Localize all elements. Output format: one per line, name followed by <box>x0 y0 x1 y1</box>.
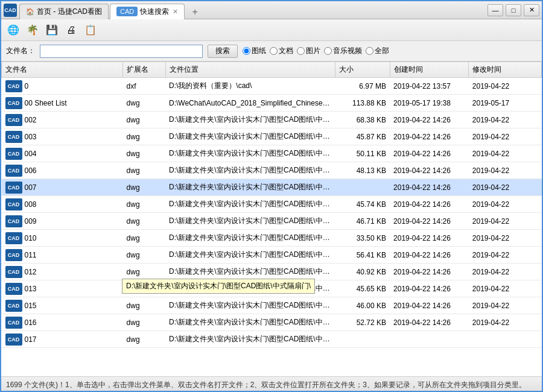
col-header-created[interactable]: 创建时间 <box>390 62 469 78</box>
filter-media[interactable]: 音乐视频 <box>324 46 362 56</box>
tabs-area: 🏠 首页 - 迅捷CAD看图 CAD 快速搜索 ✕ + <box>19 1 487 19</box>
file-modified-cell: 2019-04-22 <box>469 230 542 247</box>
search-button[interactable]: 搜索 <box>208 45 238 58</box>
file-name-cell: CAD017 <box>2 331 123 348</box>
file-name: 003 <box>25 133 37 141</box>
new-tab-button[interactable]: + <box>188 5 202 19</box>
file-size-cell: 46.71 KB <box>335 213 390 230</box>
file-modified-cell: 2019-04-22 <box>469 213 542 230</box>
col-header-size[interactable]: 大小 <box>335 62 390 78</box>
file-name-cell: CAD003 <box>2 128 123 145</box>
file-size-cell: 113.88 KB <box>335 95 390 112</box>
close-button[interactable]: ✕ <box>524 4 539 16</box>
filter-images[interactable]: 图片 <box>297 46 320 56</box>
tab-search-close[interactable]: ✕ <box>173 8 178 16</box>
file-created-cell: 2019-04-22 14:26 <box>390 145 469 162</box>
statusbar: 1699 个文件(夹)！1、单击选中，右击弹出文件菜单、双击文件名打开文件；2、… <box>1 376 542 392</box>
cad-badge: CAD <box>5 80 22 92</box>
table-row[interactable]: CAD004dwgD:\新建文件夹\室内设计实木门\图型CAD图纸\中式隔扇门\… <box>2 145 542 162</box>
filter-group: 图纸 文档 图片 音乐视频 全部 <box>243 46 389 56</box>
titlebar: CAD 🏠 首页 - 迅捷CAD看图 CAD 快速搜索 ✕ + — □ ✕ <box>1 1 542 19</box>
cad-badge: CAD <box>5 148 22 160</box>
file-name-cell: CAD002 <box>2 112 123 128</box>
cad-badge: CAD <box>5 114 22 126</box>
file-ext-cell: dwg <box>123 264 165 280</box>
filter-media-radio[interactable] <box>324 47 332 55</box>
file-name: 006 <box>25 166 37 175</box>
file-name: 011 <box>25 251 37 259</box>
file-modified-cell: 2019-04-22 <box>469 162 542 179</box>
filter-images-radio[interactable] <box>297 47 305 55</box>
file-path-cell: D:\新建文件夹\室内设计实木门\图型CAD图纸\中式隔扇门\ <box>165 314 335 331</box>
filename-input[interactable] <box>40 45 203 58</box>
cad-badge: CAD <box>5 182 22 194</box>
table-row[interactable]: CAD007dwgD:\新建文件夹\室内设计实木门\图型CAD图纸\中式隔扇门\… <box>2 179 542 196</box>
table-row[interactable]: CAD010dwgD:\新建文件夹\室内设计实木门\图型CAD图纸\中式隔扇门\… <box>2 230 542 247</box>
file-table-container[interactable]: 文件名 扩展名 文件位置 大小 创建时间 修改时间 CAD0dxfD:\我的资料… <box>1 62 542 376</box>
table-row[interactable]: CAD012dwgD:\新建文件夹\室内设计实木门\图型CAD图纸\中式隔扇门\… <box>2 264 542 280</box>
tab-search[interactable]: CAD 快速搜索 ✕ <box>110 4 185 19</box>
file-name: 012 <box>25 268 37 276</box>
filter-images-label: 图片 <box>306 46 320 56</box>
table-row[interactable]: CAD015dwgD:\新建文件夹\室内设计实木门\图型CAD图纸\中式隔扇门\… <box>2 297 542 314</box>
file-path-cell: D:\新建文件夹\室内设计实木门\图型CAD图纸\中式隔扇门\ <box>165 179 335 196</box>
main-content: 文件名 扩展名 文件位置 大小 创建时间 修改时间 CAD0dxfD:\我的资料… <box>1 62 542 376</box>
minimize-button[interactable]: — <box>487 4 503 16</box>
file-created-cell: 2019-04-22 14:26 <box>390 179 469 196</box>
file-size-cell: 52.72 KB <box>335 314 390 331</box>
col-header-name[interactable]: 文件名 <box>2 62 123 78</box>
file-name-cell: CAD011 <box>2 247 123 264</box>
file-name: 00 Sheet List <box>25 99 67 107</box>
filter-drawings-radio[interactable] <box>243 47 250 55</box>
share-button[interactable]: 📋 <box>82 22 99 39</box>
filter-media-label: 音乐视频 <box>333 46 362 56</box>
col-header-path[interactable]: 文件位置 <box>165 62 335 78</box>
file-created-cell: 2019-04-22 14:26 <box>390 314 469 331</box>
filter-docs[interactable]: 文档 <box>270 46 293 56</box>
table-row[interactable]: CAD016dwgD:\新建文件夹\室内设计实木门\图型CAD图纸\中式隔扇门\… <box>2 314 542 331</box>
back-button[interactable]: 🌐 <box>5 22 22 39</box>
filter-all[interactable]: 全部 <box>366 46 389 56</box>
file-created-cell: 2019-04-22 14:26 <box>390 247 469 264</box>
col-header-modified[interactable]: 修改时间 <box>469 62 542 78</box>
file-name-cell: CAD013 <box>2 280 123 297</box>
file-ext-cell: dwg <box>123 230 165 247</box>
filter-drawings[interactable]: 图纸 <box>243 46 266 56</box>
col-header-ext[interactable]: 扩展名 <box>123 62 165 78</box>
file-name: 0 <box>25 82 29 90</box>
save-button[interactable]: 💾 <box>43 22 60 39</box>
tab-home[interactable]: 🏠 首页 - 迅捷CAD看图 <box>19 4 109 19</box>
table-row[interactable]: CAD008dwgD:\新建文件夹\室内设计实木门\图型CAD图纸\中式隔扇门\… <box>2 196 542 213</box>
file-ext-cell: dwg <box>123 196 165 213</box>
file-created-cell: 2019-04-22 13:57 <box>390 78 469 95</box>
print-button[interactable]: 🖨 <box>63 22 80 39</box>
window-controls: — □ ✕ <box>487 4 539 16</box>
file-path-cell: D:\新建文件夹\室内设计实木门\图型CAD图纸\中式隔扇门\ <box>165 112 335 128</box>
file-path-cell: D:\新建文件夹\室内设计实木门\图型CAD图纸\中式隔扇门\ <box>165 128 335 145</box>
table-row[interactable]: CAD002dwgD:\新建文件夹\室内设计实木门\图型CAD图纸\中式隔扇门\… <box>2 112 542 128</box>
file-name-cell: CAD016 <box>2 314 123 331</box>
table-row[interactable]: CAD009dwgD:\新建文件夹\室内设计实木门\图型CAD图纸\中式隔扇门\… <box>2 213 542 230</box>
filter-all-radio[interactable] <box>366 47 373 55</box>
cad-badge: CAD <box>5 165 22 177</box>
table-row[interactable]: CAD00 Sheet ListdwgD:\WeChat\AutoCAD_201… <box>2 95 542 112</box>
table-row[interactable]: CAD017dwgD:\新建文件夹\室内设计实木门\图型CAD图纸\中式隔扇 <box>2 331 542 348</box>
cad-badge: CAD <box>5 266 22 278</box>
file-path-cell: D:\新建文件夹\室内设计实木门\图型CAD图纸\中式隔扇门\ <box>165 297 335 314</box>
table-row[interactable]: CAD003dwgD:\新建文件夹\室内设计实木门\图型CAD图纸\中式隔扇门\… <box>2 128 542 145</box>
table-row[interactable]: CAD006dwgD:\新建文件夹\室内设计实木门\图型CAD图纸\中式隔扇门\… <box>2 162 542 179</box>
file-path-cell: D:\我的资料（重要）\cad\ <box>165 78 335 95</box>
file-modified-cell: 2019-04-22 <box>469 314 542 331</box>
table-row[interactable]: CAD011dwgD:\新建文件夹\室内设计实木门\图型CAD图纸\中式隔扇门\… <box>2 247 542 264</box>
tree-button[interactable]: 🌴 <box>24 22 41 39</box>
filter-drawings-label: 图纸 <box>252 46 266 56</box>
file-size-cell: 45.87 KB <box>335 128 390 145</box>
file-modified-cell: 2019-04-22 <box>469 145 542 162</box>
file-created-cell: 2019-04-22 14:26 <box>390 230 469 247</box>
table-row[interactable]: CAD0dxfD:\我的资料（重要）\cad\6.97 MB2019-04-22… <box>2 78 542 95</box>
maximize-button[interactable]: □ <box>506 4 521 16</box>
table-row[interactable]: CAD013dwgD:\新建文件夹\室内设计实木门\图型CAD图纸\中式隔扇门\… <box>2 280 542 297</box>
filter-docs-radio[interactable] <box>270 47 278 55</box>
file-ext-cell: dwg <box>123 280 165 297</box>
filename-label: 文件名： <box>6 46 35 56</box>
